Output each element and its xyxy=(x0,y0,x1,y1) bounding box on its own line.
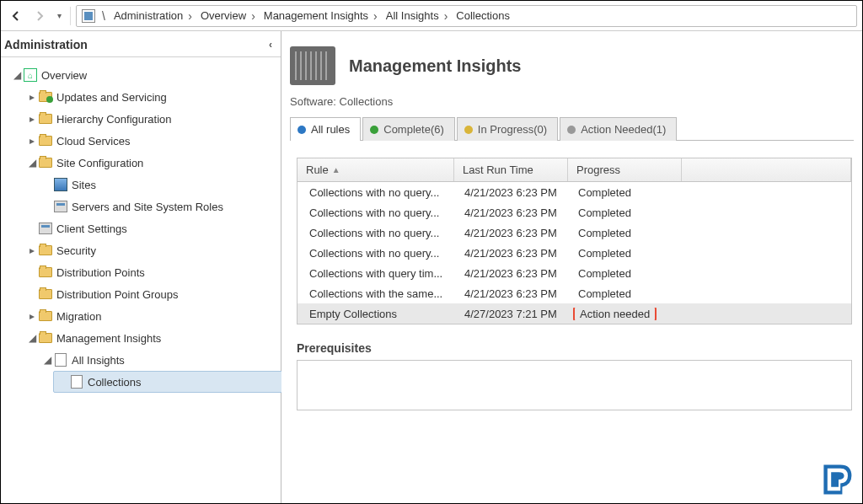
folder-icon xyxy=(39,267,52,277)
chevron-right-icon[interactable]: › xyxy=(185,9,196,23)
folder-icon xyxy=(39,114,52,124)
column-header-rule[interactable]: Rule ▲ xyxy=(297,158,454,181)
tree-node-security[interactable]: ▸ Security xyxy=(23,239,281,261)
subtitle-label: Software: xyxy=(290,95,336,108)
client-settings-icon xyxy=(39,223,52,234)
tree-expander-icon[interactable]: ▸ xyxy=(26,91,38,103)
tree-node-distribution-points[interactable]: Distribution Points xyxy=(23,261,281,283)
document-icon xyxy=(55,353,67,367)
column-header-blank[interactable] xyxy=(682,158,851,181)
tree-expander-icon[interactable]: ◢ xyxy=(26,332,38,344)
breadcrumb-item-administration[interactable]: Administration xyxy=(109,9,185,22)
nav-history-dropdown[interactable]: ▾ xyxy=(53,8,65,24)
breadcrumb-root-separator[interactable]: \ xyxy=(99,9,109,23)
folder-update-icon xyxy=(39,92,52,102)
nav-forward-button[interactable] xyxy=(29,6,50,26)
breadcrumb-bar: ▾ \ Administration› Overview› Management… xyxy=(1,1,862,31)
status-dot-icon xyxy=(464,126,473,134)
tree-node-distribution-point-groups[interactable]: Distribution Point Groups xyxy=(23,283,281,305)
status-dot-icon xyxy=(370,126,378,134)
nav-pane-collapse-button[interactable]: ‹ xyxy=(264,39,277,51)
chevron-right-icon[interactable]: › xyxy=(370,9,381,23)
content-pane: Management Insights Software: Collection… xyxy=(281,31,862,504)
column-header-progress[interactable]: Progress xyxy=(568,158,682,181)
breadcrumb-item-overview[interactable]: Overview xyxy=(196,9,248,22)
management-insights-icon xyxy=(290,46,335,85)
highlighted-cell: Action needed xyxy=(573,308,657,320)
nav-back-button[interactable] xyxy=(6,6,26,26)
tree-node-sites[interactable]: Sites xyxy=(38,174,281,196)
site-icon xyxy=(54,178,67,191)
tab-in-progress[interactable]: In Progress(0) xyxy=(457,117,558,141)
tree-expander-icon[interactable]: ◢ xyxy=(11,69,23,81)
status-dot-icon xyxy=(567,126,576,134)
tree-expander-icon[interactable]: ▸ xyxy=(26,244,38,256)
prerequisites-title: Prerequisites xyxy=(297,341,852,360)
table-row[interactable]: Collections with the same... 4/21/2023 6… xyxy=(297,283,851,303)
table-row[interactable]: Collections with no query... 4/21/2023 6… xyxy=(297,202,851,223)
table-row[interactable]: Empty Collections 4/27/2023 7:21 PM Acti… xyxy=(297,303,851,324)
folder-icon xyxy=(39,333,52,343)
rules-grid: Rule ▲ Last Run Time Progress Collection… xyxy=(297,158,852,324)
folder-icon xyxy=(39,289,52,299)
tree-node-management-insights[interactable]: ◢ Management Insights xyxy=(23,327,281,349)
folder-icon xyxy=(39,136,52,146)
table-row[interactable]: Collections with no query... 4/21/2023 6… xyxy=(297,243,851,263)
tree-node-all-insights[interactable]: ◢ All Insights xyxy=(38,349,281,371)
tree-expander-icon[interactable]: ▸ xyxy=(26,135,38,147)
tree-node-collections[interactable]: Collections xyxy=(53,371,297,393)
column-header-last-run-time[interactable]: Last Run Time xyxy=(454,158,568,181)
breadcrumb-root-icon xyxy=(82,9,95,23)
tree-expander-icon[interactable]: ▸ xyxy=(26,113,38,125)
tree-node-client-settings[interactable]: Client Settings xyxy=(23,217,281,239)
breadcrumb-item-all-insights[interactable]: All Insights xyxy=(381,9,441,22)
folder-icon xyxy=(39,158,52,168)
table-row[interactable]: Collections with query tim... 4/21/2023 … xyxy=(297,263,851,283)
page-title: Management Insights xyxy=(349,56,521,76)
server-icon xyxy=(54,201,67,212)
tree-expander-icon[interactable]: ◢ xyxy=(41,354,53,366)
tree-node-hierarchy[interactable]: ▸ Hierarchy Configuration xyxy=(23,108,281,130)
document-icon xyxy=(71,375,83,389)
tree-node-updates[interactable]: ▸ Updates and Servicing xyxy=(23,86,281,108)
chevron-right-icon[interactable]: › xyxy=(248,9,259,23)
tree-label: Overview xyxy=(41,69,87,82)
prerequisites-panel xyxy=(297,360,852,410)
tree-node-cloud[interactable]: ▸ Cloud Services xyxy=(23,130,281,152)
tree-node-overview[interactable]: ◢ ⌂ Overview xyxy=(8,64,281,86)
sort-ascending-icon: ▲ xyxy=(332,165,340,174)
folder-icon xyxy=(39,245,52,255)
nav-pane-title: Administration xyxy=(4,38,88,51)
watermark-logo xyxy=(820,461,857,498)
tree-expander-icon[interactable]: ◢ xyxy=(26,157,38,169)
navigation-pane: Administration ‹ ◢ ⌂ Overview ▸ Updates … xyxy=(1,31,281,504)
tab-complete[interactable]: Complete(6) xyxy=(362,117,455,141)
breadcrumb-item-collections[interactable]: Collections xyxy=(451,9,512,22)
folder-icon xyxy=(39,311,52,321)
tree-expander-icon[interactable]: ▸ xyxy=(26,310,38,322)
tree-node-migration[interactable]: ▸ Migration xyxy=(23,305,281,327)
tree-node-servers[interactable]: Servers and Site System Roles xyxy=(38,196,281,217)
home-icon: ⌂ xyxy=(24,68,37,82)
tree-node-site-config[interactable]: ◢ Site Configuration xyxy=(23,152,281,174)
tab-all-rules[interactable]: All rules xyxy=(290,117,361,141)
status-dot-icon xyxy=(297,126,306,134)
table-row[interactable]: Collections with no query... 4/21/2023 6… xyxy=(297,223,851,243)
table-row[interactable]: Collections with no query... 4/21/2023 6… xyxy=(297,182,851,202)
chevron-right-icon[interactable]: › xyxy=(441,9,452,23)
tab-action-needed[interactable]: Action Needed(1) xyxy=(560,117,677,141)
tab-strip: All rules Complete(6) In Progress(0) Act… xyxy=(290,116,854,141)
breadcrumb-path: \ Administration› Overview› Management I… xyxy=(76,5,857,27)
breadcrumb-item-management-insights[interactable]: Management Insights xyxy=(259,9,370,22)
subtitle-value: Collections xyxy=(340,95,394,108)
